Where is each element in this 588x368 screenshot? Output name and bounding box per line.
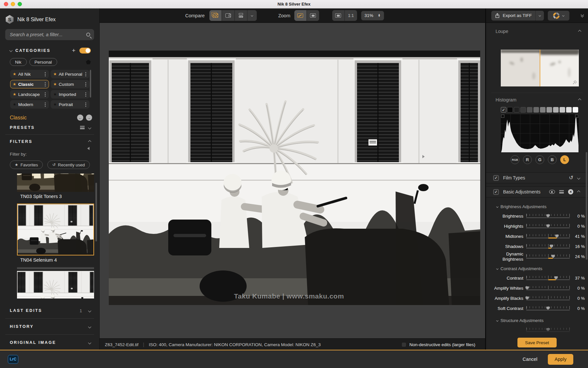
remove-filter-icon[interactable]: × <box>568 189 573 194</box>
star-icon[interactable]: ★ <box>13 82 16 86</box>
categories-toggle[interactable] <box>79 48 91 54</box>
star-icon[interactable]: ★ <box>53 72 57 76</box>
zoom-fit-button[interactable] <box>294 10 306 21</box>
zone-9[interactable] <box>566 107 572 113</box>
star-icon[interactable]: ★ <box>53 102 57 106</box>
slider-track[interactable] <box>526 244 570 249</box>
zone-checkbox[interactable]: ✓ <box>501 107 506 113</box>
histogram-collapse-icon[interactable] <box>578 98 581 101</box>
filters-collapse-icon[interactable] <box>88 140 91 143</box>
category-modern[interactable]: ★Modern <box>10 100 49 109</box>
basic-adjustments-section[interactable]: ✓ Basic Adjustments × <box>486 186 588 197</box>
prev-category-button[interactable]: ← <box>77 115 83 121</box>
preset-thumbnail[interactable] <box>17 204 94 255</box>
filter-chip-recently-used[interactable]: ↺Recently used <box>47 161 90 169</box>
cancel-button[interactable]: Cancel <box>523 357 537 362</box>
category-imported[interactable]: ★Imported <box>51 90 90 99</box>
zone-7[interactable] <box>553 107 559 113</box>
slider-track[interactable] <box>526 306 570 311</box>
kebab-menu-icon[interactable] <box>45 94 46 95</box>
slider-thumb[interactable] <box>546 214 550 218</box>
zone-10[interactable] <box>573 107 578 113</box>
kebab-menu-icon[interactable] <box>85 94 86 95</box>
slider-track[interactable] <box>526 286 570 291</box>
star-icon[interactable]: ★ <box>13 92 16 96</box>
filter-chip-favorites[interactable]: ★Favorites <box>10 161 43 169</box>
menu-icon[interactable] <box>559 190 564 193</box>
slider-track[interactable] <box>526 234 570 239</box>
slider-thumb[interactable] <box>546 307 550 310</box>
compare-split-horizontal-button[interactable] <box>235 10 247 21</box>
image-canvas[interactable]: Taku Kumabe | www.smaku.com <box>100 23 485 338</box>
loupe-collapse-icon[interactable] <box>578 30 581 33</box>
history-section[interactable]: HISTORY <box>0 319 99 334</box>
preset-tn04-selenium-4[interactable]: ★TN04 Selenium 4 <box>17 204 94 265</box>
stepper-arrows-icon[interactable]: ▲▼ <box>378 14 381 17</box>
zone-6[interactable] <box>547 107 552 113</box>
sidebar-collapse-handle[interactable] <box>87 147 90 150</box>
category-portrait[interactable]: ★Portrait <box>51 100 90 109</box>
search-field[interactable] <box>9 32 86 38</box>
film-types-section[interactable]: ✓ Film Types ↺ <box>486 172 588 183</box>
presets-list-view-icon[interactable] <box>80 126 85 129</box>
main-photo[interactable]: Taku Kumabe | www.smaku.com <box>109 51 480 305</box>
zone-1[interactable] <box>514 107 519 113</box>
zone-0[interactable] <box>507 107 513 113</box>
export-options-button[interactable] <box>535 11 544 21</box>
group-contrast-adjustments[interactable]: Contrast Adjustments <box>497 266 588 271</box>
presets-collapse-icon[interactable] <box>88 126 91 129</box>
slider-thumb[interactable] <box>546 224 550 228</box>
zoom-fill-button[interactable] <box>307 10 319 21</box>
presets-scrollbar[interactable] <box>95 183 97 241</box>
zone-2[interactable] <box>520 107 526 113</box>
category-all-nik[interactable]: ★All Nik <box>10 70 49 78</box>
kebab-menu-icon[interactable] <box>45 84 46 85</box>
kebab-menu-icon[interactable] <box>45 104 46 105</box>
star-icon[interactable]: ★ <box>53 92 57 96</box>
original-image-collapse-icon[interactable] <box>88 341 91 344</box>
zone-8[interactable] <box>560 107 565 113</box>
slider-track[interactable] <box>526 276 570 281</box>
category-classic[interactable]: ★Classic <box>10 80 49 88</box>
zoom-level-stepper[interactable]: 31% ▲▼ <box>361 11 384 21</box>
preset-thumbnail[interactable] <box>17 174 94 192</box>
star-icon[interactable]: ★ <box>53 82 57 86</box>
category-tab-nik[interactable]: Nik <box>10 58 27 66</box>
category-custom[interactable]: ★Custom <box>51 80 90 88</box>
category-all-personal[interactable]: ★All Personal <box>51 70 90 78</box>
star-icon[interactable]: ★ <box>13 102 16 106</box>
right-panel-scrollbar[interactable] <box>586 152 587 260</box>
favorite-flag-icon[interactable] <box>86 60 91 64</box>
reset-icon[interactable]: ↺ <box>569 175 573 180</box>
last-edits-section[interactable]: LAST EDITS 1 <box>0 303 99 318</box>
kebab-menu-icon[interactable] <box>85 104 86 105</box>
loupe-pin-icon[interactable] <box>572 80 577 85</box>
history-collapse-icon[interactable] <box>88 325 91 328</box>
channel-b-button[interactable]: B <box>548 155 557 164</box>
preset-tn03-split-toners-3[interactable]: TN03 Split Toners 3 <box>17 174 94 202</box>
category-landscape[interactable]: ★Landscape <box>10 90 49 99</box>
collapse-all-panels-button[interactable] <box>581 14 583 17</box>
zone-5[interactable] <box>540 107 546 113</box>
search-input[interactable] <box>5 29 94 40</box>
kebab-menu-icon[interactable] <box>85 74 86 75</box>
apply-button[interactable]: Apply <box>548 354 573 365</box>
zoom-100-button[interactable]: 1:1 <box>345 10 357 21</box>
right-panel-expand-handle[interactable] <box>422 155 425 158</box>
group-brightness-adjustments[interactable]: Brightness Adjustments <box>497 204 588 209</box>
film-types-checkbox[interactable]: ✓ <box>493 175 499 181</box>
original-image-section[interactable]: ORIGINAL IMAGE <box>0 335 99 350</box>
eye-icon[interactable] <box>549 190 555 194</box>
star-icon[interactable]: ★ <box>13 72 16 76</box>
slider-track[interactable] <box>526 224 570 229</box>
zone-3[interactable] <box>527 107 532 113</box>
nondestructive-checkbox[interactable] <box>401 342 406 347</box>
group-structure-adjustments[interactable]: Structure Adjustments <box>497 318 588 323</box>
basic-adjustments-checkbox[interactable]: ✓ <box>493 189 499 195</box>
compare-options-button[interactable] <box>248 10 257 21</box>
preset-thumbnail[interactable] <box>17 267 94 299</box>
zoom-window-fit-button[interactable] <box>332 10 344 21</box>
slider-track[interactable] <box>526 296 570 301</box>
category-tab-personal[interactable]: Personal <box>29 58 57 66</box>
categories-collapse-icon[interactable] <box>9 49 13 52</box>
